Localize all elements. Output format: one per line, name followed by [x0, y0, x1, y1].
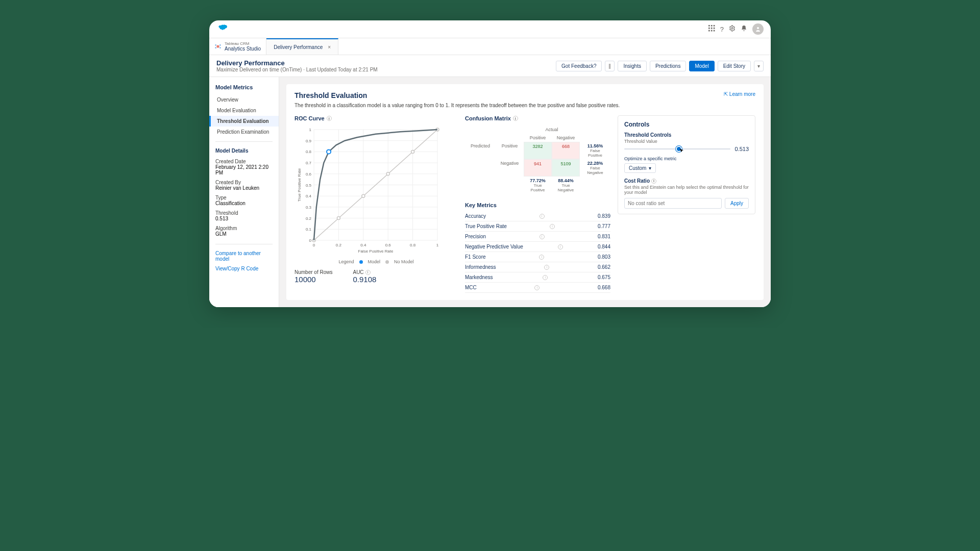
legend-label: Legend [338, 259, 354, 264]
model-button[interactable]: Model [689, 61, 714, 71]
metric-value: 0.777 [598, 223, 610, 229]
confusion-title: Confusion Matrix [465, 115, 511, 121]
nav-prediction-examination[interactable]: Prediction Examination [209, 127, 279, 137]
algorithm-label: Algorithm [209, 224, 279, 231]
metric-value: 0.803 [598, 254, 610, 260]
got-feedback-button[interactable]: Got Feedback? [556, 61, 602, 71]
svg-text:0.6: 0.6 [385, 243, 391, 247]
tab-delivery-performance[interactable]: Delivery Performance × [266, 38, 338, 55]
key-metric-row: MCCi0.668 [465, 283, 610, 293]
svg-point-55 [362, 194, 365, 197]
settings-gear-icon[interactable] [729, 25, 736, 33]
svg-point-54 [337, 217, 340, 220]
svg-point-9 [731, 28, 733, 29]
svg-rect-3 [708, 28, 710, 29]
notifications-bell-icon[interactable] [741, 25, 747, 33]
edit-story-dropdown-icon[interactable]: ▾ [754, 61, 764, 71]
threshold-controls-label: Threshold Controls [624, 132, 749, 138]
cost-ratio-help: Set this and Einstein can help select th… [624, 185, 749, 195]
threshold-slider[interactable] [624, 148, 730, 149]
metric-value: 0.839 [598, 213, 610, 219]
metric-value: 0.662 [598, 264, 610, 270]
page-subtitle: Maximize Delivered on time (OnTime) · La… [216, 67, 378, 72]
cost-ratio-info-icon[interactable]: i [651, 179, 656, 184]
rows-label: Number of Rows [295, 269, 332, 275]
metric-label: Negative Predictive Value [465, 244, 523, 249]
insights-button[interactable]: Insights [618, 61, 646, 71]
legend-nomodel: No Model [394, 259, 414, 264]
nav-threshold-evaluation[interactable]: Threshold Evaluation [209, 116, 279, 127]
metric-label: Informedness [465, 264, 496, 270]
svg-text:0.2: 0.2 [336, 243, 342, 247]
predictions-button[interactable]: Predictions [650, 61, 686, 71]
metric-value: 0.844 [598, 244, 610, 249]
view-r-code-link[interactable]: View/Copy R Code [209, 264, 279, 273]
svg-point-15 [219, 47, 221, 48]
created-by-label: Created By [209, 179, 279, 185]
help-icon[interactable]: ? [720, 26, 724, 33]
svg-point-14 [215, 47, 216, 48]
metric-info-icon[interactable]: i [540, 234, 545, 239]
type-value: Classification [209, 201, 279, 209]
svg-text:0.8: 0.8 [410, 243, 416, 247]
threshold-value-label: Threshold Value [624, 139, 749, 144]
conf-tn: 5109 [552, 159, 580, 177]
metric-info-icon[interactable]: i [543, 275, 548, 280]
pause-button[interactable]: ‖ [605, 61, 615, 71]
salesforce-logo-icon [216, 24, 228, 35]
svg-text:0.6: 0.6 [306, 172, 312, 177]
auc-info-icon[interactable]: i [365, 270, 371, 275]
svg-point-56 [386, 172, 389, 176]
svg-rect-6 [708, 30, 710, 32]
nav-model-evaluation[interactable]: Model Evaluation [209, 105, 279, 116]
tab-home-title: Analytics Studio [225, 46, 261, 52]
learn-more-link[interactable]: ⇱ Learn more [724, 91, 755, 97]
controls-title: Controls [624, 121, 749, 128]
svg-text:0.9: 0.9 [306, 139, 312, 143]
metric-info-icon[interactable]: i [558, 244, 563, 249]
conf-fp: 941 [524, 159, 552, 177]
metric-info-icon[interactable]: i [539, 255, 544, 260]
svg-text:0.4: 0.4 [360, 243, 366, 247]
metric-info-icon[interactable]: i [540, 214, 545, 219]
rows-value: 10000 [295, 275, 332, 284]
metric-info-icon[interactable]: i [534, 285, 540, 290]
metric-label: Markedness [465, 274, 493, 280]
cursor-icon [679, 148, 685, 154]
type-label: Type [209, 194, 279, 201]
svg-rect-8 [714, 30, 715, 32]
tab-analytics-studio[interactable]: Tableau CRM Analytics Studio [209, 38, 266, 55]
svg-text:0: 0 [313, 243, 315, 247]
apply-button[interactable]: Apply [725, 198, 749, 209]
roc-info-icon[interactable]: i [327, 116, 332, 121]
optimize-metric-select[interactable]: Custom ▾ [624, 163, 656, 173]
nav-overview[interactable]: Overview [209, 94, 279, 105]
created-by-value: Reinier van Leuken [209, 185, 279, 194]
svg-rect-0 [708, 25, 710, 27]
app-launcher-icon[interactable] [708, 25, 715, 33]
auc-label: AUC [353, 269, 363, 275]
metric-value: 0.675 [598, 274, 610, 280]
compare-model-link[interactable]: Compare to another model [209, 248, 279, 264]
svg-text:0.7: 0.7 [306, 161, 312, 165]
cost-ratio-input[interactable] [624, 198, 722, 209]
confusion-matrix: Actual PositiveNegative Predicted Positi… [465, 126, 610, 194]
svg-text:0.8: 0.8 [306, 149, 312, 154]
close-tab-icon[interactable]: × [328, 44, 331, 50]
slider-thumb-icon[interactable] [676, 146, 682, 152]
edit-story-button[interactable]: Edit Story [718, 61, 751, 71]
key-metric-row: Precisioni0.831 [465, 232, 610, 242]
metric-info-icon[interactable]: i [544, 265, 549, 270]
created-date-label: Created Date [209, 158, 279, 164]
threshold-slider-value: 0.513 [734, 146, 749, 152]
svg-text:0.2: 0.2 [306, 216, 312, 221]
auc-value: 0.9108 [353, 275, 376, 284]
sidebar-title: Model Metrics [209, 82, 279, 94]
metric-info-icon[interactable]: i [550, 224, 555, 229]
legend-model-dot-icon [359, 260, 363, 264]
external-link-icon: ⇱ [724, 91, 728, 97]
user-avatar[interactable] [752, 23, 764, 35]
metric-label: Accuracy [465, 213, 486, 219]
svg-rect-4 [711, 28, 713, 29]
confusion-info-icon[interactable]: i [513, 116, 518, 121]
